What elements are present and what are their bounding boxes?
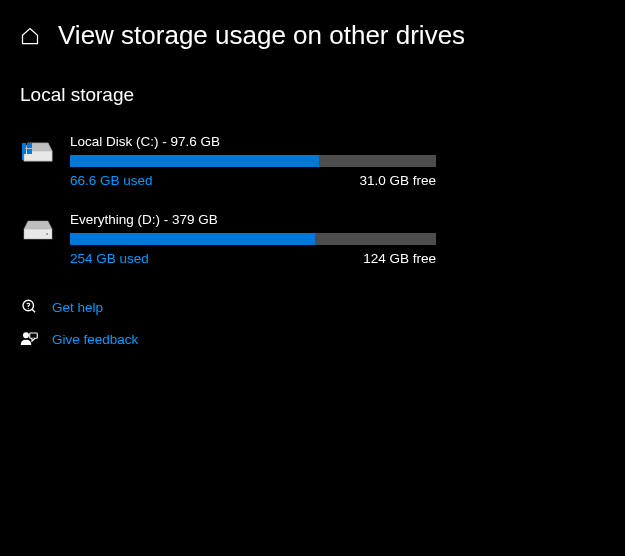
svg-rect-7 (27, 143, 32, 148)
drive-item-d[interactable]: Everything (D:) - 379 GB 254 GB used 124… (20, 212, 605, 266)
home-icon[interactable] (20, 26, 40, 46)
link-section: Get help Give feedback (20, 298, 605, 348)
svg-rect-8 (22, 149, 26, 154)
storage-progress-fill (70, 233, 315, 245)
help-icon (20, 298, 38, 316)
svg-rect-9 (27, 149, 32, 154)
storage-progress-bar (70, 155, 436, 167)
svg-point-11 (46, 233, 48, 235)
used-label: 66.6 GB used (70, 173, 153, 188)
header: View storage usage on other drives (20, 20, 605, 51)
section-title: Local storage (20, 84, 605, 106)
svg-point-14 (23, 332, 29, 338)
svg-point-13 (28, 308, 29, 309)
page-title: View storage usage on other drives (58, 20, 465, 51)
storage-progress-fill (70, 155, 319, 167)
drive-label: Local Disk (C:) - 97.6 GB (70, 134, 436, 149)
drive-item-c[interactable]: Local Disk (C:) - 97.6 GB 66.6 GB used 3… (20, 134, 605, 188)
link-label: Give feedback (52, 332, 138, 347)
used-label: 254 GB used (70, 251, 149, 266)
link-label: Get help (52, 300, 103, 315)
svg-rect-6 (22, 143, 26, 148)
free-label: 31.0 GB free (359, 173, 436, 188)
get-help-link[interactable]: Get help (20, 298, 605, 316)
storage-progress-bar (70, 233, 436, 245)
give-feedback-link[interactable]: Give feedback (20, 330, 605, 348)
drive-details: Everything (D:) - 379 GB 254 GB used 124… (70, 212, 436, 266)
disk-drive-icon (20, 212, 56, 244)
svg-rect-15 (30, 333, 38, 338)
feedback-icon (20, 330, 38, 348)
free-label: 124 GB free (363, 251, 436, 266)
disk-drive-icon (20, 134, 56, 166)
drive-info: 66.6 GB used 31.0 GB free (70, 173, 436, 188)
drive-details: Local Disk (C:) - 97.6 GB 66.6 GB used 3… (70, 134, 436, 188)
drive-info: 254 GB used 124 GB free (70, 251, 436, 266)
drive-label: Everything (D:) - 379 GB (70, 212, 436, 227)
